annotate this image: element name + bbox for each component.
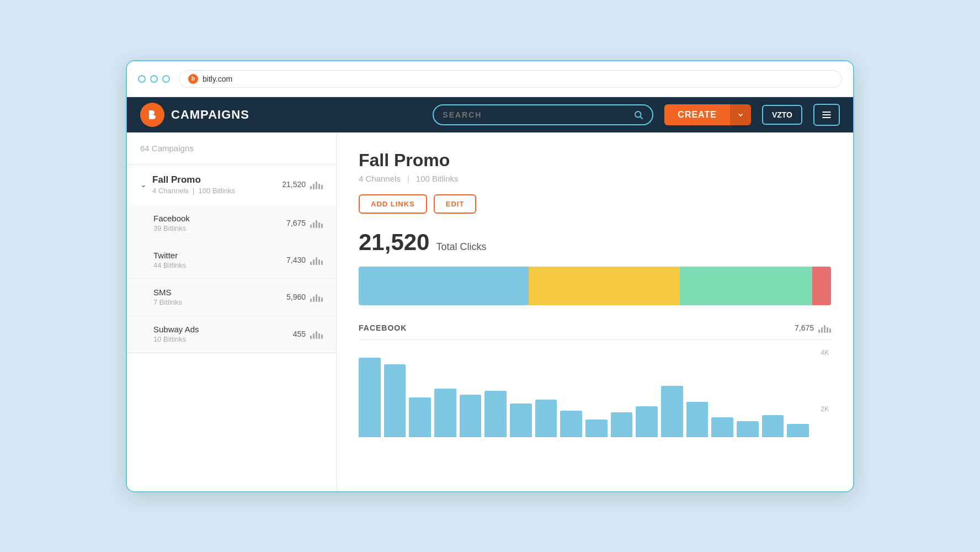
channel-item-twitter[interactable]: Twitter 44 Bitlinks 7,430 [127,242,336,279]
channel-chart-title: FACEBOOK [359,323,407,332]
facebook-stats: 7,675 [286,218,323,228]
main-content: 64 Campaigns ⌄ Fall Promo 4 Channels | 1… [127,132,853,491]
browser-dots [138,75,170,83]
panel-bitlinks: 100 Bitlinks [416,174,459,183]
twitter-chart-icon [310,255,323,265]
twitter-stats: 7,430 [286,255,323,265]
edit-button[interactable]: EDIT [434,194,477,214]
sidebar: 64 Campaigns ⌄ Fall Promo 4 Channels | 1… [127,132,337,491]
chart-bar [711,417,733,437]
create-dropdown-button[interactable] [730,104,751,125]
subway-stats: 455 [293,329,323,339]
url-text: bitly.com [203,75,232,83]
site-favicon: b [188,74,198,84]
app-title: CAMPAIGNS [171,108,249,122]
meta-divider: | [407,174,409,183]
stacked-bar-segment [529,267,680,305]
clicks-number: 21,520 [359,229,429,256]
stacked-bar-segment [680,267,812,305]
chart-bar [484,391,507,437]
chart-bar [737,421,759,437]
browser-window: b bitly.com CAMPAIGNS CREATE [126,60,854,492]
svg-point-0 [635,112,641,118]
logo-icon [140,103,164,127]
stacked-bar-segment [812,267,831,305]
create-button-group: CREATE [664,104,751,125]
clicks-label: Total Clicks [436,241,486,253]
chart-bar [409,397,431,437]
add-links-button[interactable]: ADD LINKS [359,194,427,214]
right-panel: Fall Promo 4 Channels | 100 Bitlinks ADD… [337,132,853,491]
subway-chart-icon [310,329,323,339]
chart-bar [661,386,683,437]
sms-stats: 5,960 [286,292,323,302]
facebook-section-icon [818,323,831,333]
chart-bar [585,420,608,437]
total-clicks: 21,520 Total Clicks [359,229,831,256]
chart-bar [384,364,406,437]
address-bar[interactable]: b bitly.com [179,70,842,88]
facebook-bar-chart: 4K 2K [359,349,831,437]
panel-actions: ADD LINKS EDIT [359,194,831,214]
stacked-bar-segment [359,267,529,305]
chart-y-labels: 4K 2K [821,349,831,437]
campaign-stats: 21,520 [282,179,323,189]
browser-dot-3[interactable] [162,75,170,83]
menu-button[interactable] [813,104,840,126]
chart-bar [787,424,809,437]
chart-bar [686,402,709,437]
browser-dot-1[interactable] [138,75,146,83]
chart-bar [560,411,582,437]
chart-bar [510,404,532,437]
channel-chart-header: FACEBOOK 7,675 [359,323,831,340]
create-button[interactable]: CREATE [664,104,730,125]
panel-channels: 4 Channels [359,174,401,183]
chart-bar [611,412,633,437]
stats-chart-icon [310,179,323,189]
browser-dot-2[interactable] [150,75,158,83]
chevron-down-icon [737,111,744,119]
panel-meta: 4 Channels | 100 Bitlinks [359,174,831,183]
search-icon [633,110,643,120]
channel-item-sms[interactable]: SMS 7 Bitlinks 5,960 [127,279,336,316]
campaign-header[interactable]: ⌄ Fall Promo 4 Channels | 100 Bitlinks 2… [127,164,336,205]
app-logo: CAMPAIGNS [140,103,249,127]
svg-line-1 [641,116,643,119]
campaigns-count: 64 Campaigns [127,132,336,164]
campaign-chevron-icon: ⌄ [140,180,147,189]
channel-info-subway: Subway Ads 10 Bitlinks [153,325,293,343]
campaign-name: Fall Promo [152,174,276,185]
app-header: CAMPAIGNS CREATE VZTO [127,97,853,132]
search-section [433,104,653,125]
chart-bar [636,406,658,437]
channel-info-sms: SMS 7 Bitlinks [153,288,286,306]
channel-item-subway[interactable]: Subway Ads 10 Bitlinks 455 [127,316,336,353]
panel-title: Fall Promo [359,150,831,171]
campaign-info: Fall Promo 4 Channels | 100 Bitlinks [152,174,276,195]
sms-chart-icon [310,292,323,302]
hamburger-icon [821,109,832,120]
chart-bars [359,349,831,437]
search-input[interactable] [443,110,628,119]
browser-chrome: b bitly.com [127,61,853,97]
campaign-meta: 4 Channels | 100 Bitlinks [152,187,276,195]
search-bar[interactable] [433,104,653,125]
user-button[interactable]: VZTO [762,105,802,125]
y-label-2k: 2K [821,405,829,413]
chart-bar [359,358,381,437]
facebook-chart-icon [310,218,323,228]
chart-bar [434,389,456,437]
campaign-item: ⌄ Fall Promo 4 Channels | 100 Bitlinks 2… [127,164,336,353]
channel-info-facebook: Facebook 39 Bitlinks [153,214,286,232]
chart-bar [460,395,482,437]
channel-info-twitter: Twitter 44 Bitlinks [153,251,286,269]
channel-item-facebook[interactable]: Facebook 39 Bitlinks 7,675 [127,205,336,242]
channel-chart-count: 7,675 [795,323,831,333]
y-label-4k: 4K [821,349,829,357]
facebook-chart-section: FACEBOOK 7,675 4K [359,323,831,437]
chart-bar [535,400,557,437]
chart-bar [762,415,784,437]
stacked-bar-chart [359,267,831,305]
